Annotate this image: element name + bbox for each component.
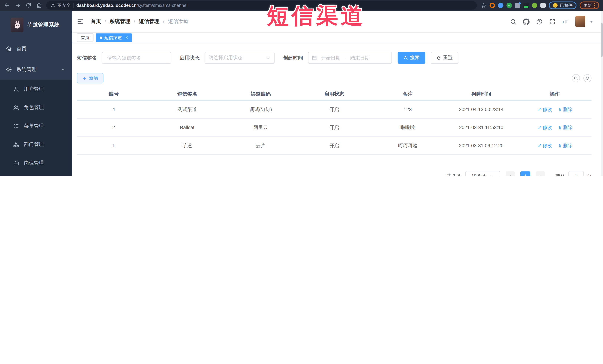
page-size-select[interactable]: 10条/页 — [465, 171, 500, 176]
toggle-search-button[interactable] — [572, 74, 580, 82]
table-row: 4 测试渠道 调试(钉钉) 开启 123 2021-04-13 00:23:14… — [77, 101, 591, 119]
delete-link[interactable]: 删除 — [557, 143, 572, 149]
avatar[interactable] — [575, 16, 585, 27]
delete-link[interactable]: 删除 — [557, 106, 572, 113]
edit-link[interactable]: 修改 — [537, 106, 552, 113]
security-status[interactable]: 不安全 — [51, 2, 71, 8]
cell-signature: Ballcat — [150, 125, 224, 130]
status-select[interactable]: 请选择启用状态 — [205, 52, 275, 64]
scrollbar[interactable] — [601, 11, 603, 176]
breadcrumb-sms[interactable]: 短信管理 — [139, 18, 159, 25]
search-button[interactable]: 搜索 — [398, 52, 425, 64]
extension-leaf-icon[interactable] — [532, 3, 537, 8]
cell-status: 开启 — [298, 106, 371, 113]
next-page-button[interactable] — [535, 171, 545, 176]
add-button[interactable]: 新增 — [77, 73, 103, 83]
add-button-label: 新增 — [89, 75, 98, 81]
sidebar-item-menus[interactable]: 菜单管理 — [0, 117, 72, 135]
scrollbar-thumb[interactable] — [601, 23, 603, 57]
trash-icon — [557, 126, 562, 130]
search-icon — [404, 55, 408, 60]
delete-link[interactable]: 删除 — [557, 124, 572, 131]
goto-page-input[interactable] — [568, 171, 584, 176]
browser-reload-icon[interactable] — [25, 2, 32, 8]
header-search-icon[interactable] — [510, 18, 516, 25]
search-form: 短信签名 启用状态 请选择启用状态 创建时间 - — [77, 52, 591, 64]
cell-remark: 啦啦啦 — [371, 124, 444, 131]
extension-check-icon[interactable] — [507, 3, 512, 8]
cell-status: 开启 — [298, 124, 371, 131]
chevron-up-icon — [61, 67, 65, 72]
sidebar-item-label: 系统管理 — [16, 66, 36, 73]
extension-pin-icon[interactable] — [498, 3, 503, 8]
breadcrumb-system[interactable]: 系统管理 — [109, 18, 130, 25]
address-bar[interactable]: 不安全 dashboard.yudao.iocoder.cn/system/sm… — [46, 1, 477, 10]
end-date-input[interactable] — [348, 55, 372, 61]
home-icon — [6, 46, 12, 52]
logo-rabbit-icon — [11, 18, 23, 32]
breadcrumb-home[interactable]: 首页 — [91, 18, 101, 25]
edit-link[interactable]: 修改 — [537, 143, 552, 149]
caret-down-icon[interactable] — [590, 21, 593, 22]
edit-link[interactable]: 修改 — [537, 124, 552, 131]
list-icon — [13, 123, 19, 129]
hamburger-icon[interactable] — [77, 18, 84, 25]
sidebar-item-label: 部门管理 — [24, 141, 44, 148]
sidebar-item-dict[interactable]: 字典管理 — [0, 172, 72, 176]
reset-button[interactable]: 重置 — [431, 52, 458, 64]
browser-back-icon[interactable] — [4, 2, 10, 8]
col-header-remark: 备注 — [371, 90, 444, 97]
tab-sms-channel[interactable]: 短信渠道 × — [96, 33, 132, 42]
bookmark-star-icon[interactable] — [481, 2, 487, 8]
gear-icon — [6, 66, 12, 73]
refresh-table-button[interactable] — [583, 74, 591, 82]
browser-menu-dots-icon[interactable] — [594, 3, 595, 8]
prev-page-button[interactable] — [506, 171, 515, 176]
github-icon[interactable] — [523, 18, 530, 25]
extension-grid-icon[interactable] — [515, 3, 521, 8]
cell-code: 阿里云 — [224, 124, 298, 131]
browser-bar: 不安全 dashboard.yudao.iocoder.cn/system/sm… — [0, 0, 603, 11]
pagination: 共 3 条 10条/页 1 前往 页 — [77, 171, 591, 176]
extensions-puzzle-icon[interactable] — [540, 3, 546, 8]
url-domain: dashboard.yudao.iocoder.cn — [76, 3, 136, 8]
extension-on-badge-icon[interactable] — [523, 3, 529, 8]
sidebar-item-label: 角色管理 — [24, 104, 44, 111]
main: 首页 / 系统管理 / 短信管理 / 短信渠道 TT 首页 — [72, 11, 603, 176]
browser-update-button[interactable]: 更新 — [580, 1, 599, 9]
tab-home[interactable]: 首页 — [77, 33, 93, 42]
browser-home-icon[interactable] — [36, 2, 42, 8]
sign-input[interactable] — [106, 55, 166, 61]
sidebar-item-posts[interactable]: 岗位管理 — [0, 154, 72, 172]
sign-label: 短信签名 — [77, 54, 97, 61]
date-range-picker[interactable]: - — [308, 52, 392, 64]
close-icon[interactable]: × — [126, 35, 128, 40]
chevron-down-icon — [266, 55, 270, 60]
edit-icon — [537, 107, 542, 112]
browser-forward-icon[interactable] — [15, 2, 21, 8]
extension-orange-icon[interactable] — [490, 3, 495, 8]
sidebar-item-home[interactable]: 首页 — [0, 38, 72, 59]
warning-icon — [51, 3, 56, 8]
sidebar-logo[interactable]: 芋道管理系统 — [0, 11, 72, 38]
sidebar-item-roles[interactable]: 角色管理 — [0, 98, 72, 117]
fullscreen-icon[interactable] — [549, 18, 556, 25]
cell-status: 开启 — [298, 143, 371, 149]
profile-paused-chip[interactable]: 已暂停 — [549, 1, 577, 9]
page-number-current[interactable]: 1 — [520, 171, 530, 176]
start-date-input[interactable] — [318, 55, 343, 61]
sidebar-item-label: 菜单管理 — [24, 122, 44, 129]
refresh-icon — [585, 76, 590, 80]
time-label: 创建时间 — [283, 54, 303, 61]
trash-icon — [557, 107, 562, 112]
sidebar-item-departments[interactable]: 部门管理 — [0, 135, 72, 154]
col-header-actions: 操作 — [518, 90, 591, 97]
url-text: dashboard.yudao.iocoder.cn/system/sms/sm… — [76, 3, 187, 8]
status-label: 启用状态 — [180, 54, 200, 61]
pagination-total: 共 3 条 — [446, 173, 461, 176]
sidebar-item-system[interactable]: 系统管理 — [0, 59, 72, 80]
help-icon[interactable] — [536, 18, 543, 25]
sidebar-item-users[interactable]: 用户管理 — [0, 80, 72, 98]
font-size-icon[interactable]: TT — [562, 18, 568, 24]
goto-unit: 页 — [587, 173, 591, 176]
